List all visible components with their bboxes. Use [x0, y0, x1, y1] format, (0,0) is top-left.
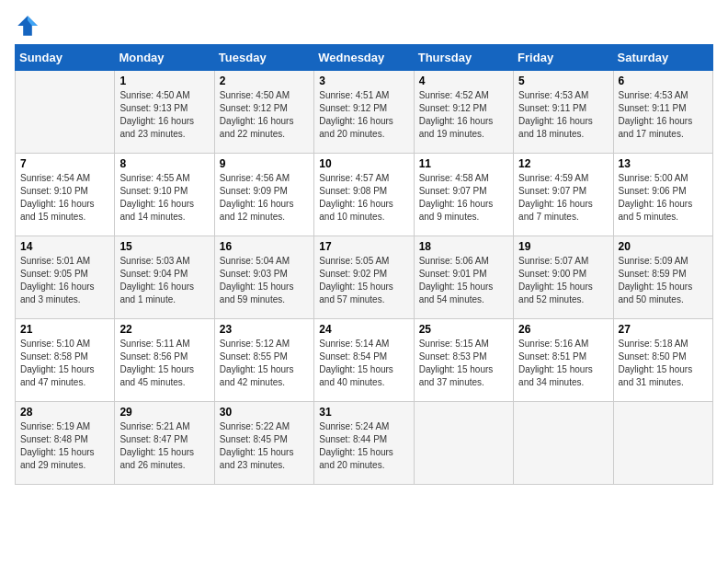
header-thursday: Thursday: [414, 45, 513, 71]
day-info: Sunrise: 4:54 AMSunset: 9:10 PMDaylight:…: [20, 173, 95, 222]
day-number: 3: [319, 75, 408, 87]
calendar-day-cell: 1 Sunrise: 4:50 AMSunset: 9:13 PMDayligh…: [115, 71, 214, 154]
header-sunday: Sunday: [16, 45, 115, 71]
day-number: 22: [119, 323, 209, 336]
day-number: 26: [518, 323, 608, 336]
day-info: Sunrise: 5:24 AMSunset: 8:44 PMDaylight:…: [319, 421, 393, 470]
day-info: Sunrise: 4:53 AMSunset: 9:11 PMDaylight:…: [518, 90, 593, 139]
day-number: 6: [619, 75, 708, 87]
calendar-week-row: 21 Sunrise: 5:10 AMSunset: 8:58 PMDaylig…: [16, 319, 713, 402]
day-info: Sunrise: 4:58 AMSunset: 9:07 PMDaylight:…: [419, 173, 494, 222]
day-number: 13: [619, 157, 708, 170]
day-info: Sunrise: 5:05 AMSunset: 9:02 PMDaylight:…: [319, 256, 393, 304]
day-info: Sunrise: 5:19 AMSunset: 8:48 PMDaylight:…: [20, 421, 95, 470]
day-number: 8: [119, 157, 209, 170]
calendar-day-cell: 20 Sunrise: 5:09 AMSunset: 8:59 PMDaylig…: [613, 236, 712, 319]
header-monday: Monday: [115, 45, 214, 71]
header-wednesday: Wednesday: [314, 45, 414, 71]
logo: [15, 15, 40, 37]
day-info: Sunrise: 5:15 AMSunset: 8:53 PMDaylight:…: [419, 339, 494, 387]
calendar-table: Sunday Monday Tuesday Wednesday Thursday…: [15, 44, 713, 485]
calendar-week-row: 28 Sunrise: 5:19 AMSunset: 8:48 PMDaylig…: [16, 402, 713, 485]
calendar-week-row: 7 Sunrise: 4:54 AMSunset: 9:10 PMDayligh…: [16, 154, 713, 236]
calendar-day-cell: 2 Sunrise: 4:50 AMSunset: 9:12 PMDayligh…: [214, 71, 313, 154]
calendar-day-cell: 17 Sunrise: 5:05 AMSunset: 9:02 PMDaylig…: [314, 236, 414, 319]
day-number: 10: [319, 157, 408, 170]
day-number: 1: [119, 75, 209, 87]
day-info: Sunrise: 5:22 AMSunset: 8:45 PMDaylight:…: [220, 421, 294, 470]
day-number: 24: [319, 323, 408, 336]
calendar-day-cell: 14 Sunrise: 5:01 AMSunset: 9:05 PMDaylig…: [16, 236, 115, 319]
day-info: Sunrise: 5:16 AMSunset: 8:51 PMDaylight:…: [518, 339, 593, 387]
day-number: 29: [119, 406, 209, 419]
day-number: 15: [119, 240, 209, 253]
day-info: Sunrise: 4:55 AMSunset: 9:10 PMDaylight:…: [119, 173, 194, 222]
calendar-day-cell: 7 Sunrise: 4:54 AMSunset: 9:10 PMDayligh…: [16, 154, 115, 236]
day-number: 28: [20, 406, 109, 419]
day-number: 21: [20, 323, 109, 336]
day-info: Sunrise: 5:14 AMSunset: 8:54 PMDaylight:…: [319, 339, 393, 387]
header-saturday: Saturday: [613, 45, 712, 71]
day-info: Sunrise: 4:52 AMSunset: 9:12 PMDaylight:…: [419, 90, 494, 139]
calendar-day-cell: 30 Sunrise: 5:22 AMSunset: 8:45 PMDaylig…: [214, 402, 313, 485]
calendar-day-cell: [514, 402, 613, 485]
calendar-day-cell: 24 Sunrise: 5:14 AMSunset: 8:54 PMDaylig…: [314, 319, 414, 402]
day-number: 30: [220, 406, 309, 419]
day-info: Sunrise: 5:00 AMSunset: 9:06 PMDaylight:…: [619, 173, 693, 222]
day-number: 2: [220, 75, 309, 87]
day-info: Sunrise: 4:50 AMSunset: 9:13 PMDaylight:…: [119, 90, 194, 139]
header-tuesday: Tuesday: [214, 45, 313, 71]
day-number: 31: [319, 406, 408, 419]
day-number: 19: [518, 240, 608, 253]
day-number: 4: [419, 75, 508, 87]
day-number: 7: [20, 157, 109, 170]
calendar-day-cell: 31 Sunrise: 5:24 AMSunset: 8:44 PMDaylig…: [314, 402, 414, 485]
calendar-day-cell: 3 Sunrise: 4:51 AMSunset: 9:12 PMDayligh…: [314, 71, 414, 154]
calendar-day-cell: 21 Sunrise: 5:10 AMSunset: 8:58 PMDaylig…: [16, 319, 115, 402]
calendar-week-row: 14 Sunrise: 5:01 AMSunset: 9:05 PMDaylig…: [16, 236, 713, 319]
calendar-day-cell: 15 Sunrise: 5:03 AMSunset: 9:04 PMDaylig…: [115, 236, 214, 319]
calendar-day-cell: [414, 402, 513, 485]
day-info: Sunrise: 5:11 AMSunset: 8:56 PMDaylight:…: [119, 339, 194, 387]
calendar-day-cell: 5 Sunrise: 4:53 AMSunset: 9:11 PMDayligh…: [514, 71, 613, 154]
calendar-day-cell: 10 Sunrise: 4:57 AMSunset: 9:08 PMDaylig…: [314, 154, 414, 236]
calendar-day-cell: 16 Sunrise: 5:04 AMSunset: 9:03 PMDaylig…: [214, 236, 313, 319]
day-number: 27: [619, 323, 708, 336]
day-info: Sunrise: 4:59 AMSunset: 9:07 PMDaylight:…: [518, 173, 593, 222]
day-info: Sunrise: 4:57 AMSunset: 9:08 PMDaylight:…: [319, 173, 393, 222]
calendar-day-cell: 8 Sunrise: 4:55 AMSunset: 9:10 PMDayligh…: [115, 154, 214, 236]
weekday-header-row: Sunday Monday Tuesday Wednesday Thursday…: [16, 45, 713, 71]
calendar-day-cell: 29 Sunrise: 5:21 AMSunset: 8:47 PMDaylig…: [115, 402, 214, 485]
day-info: Sunrise: 5:04 AMSunset: 9:03 PMDaylight:…: [220, 256, 294, 304]
calendar-day-cell: [613, 402, 712, 485]
calendar-day-cell: 25 Sunrise: 5:15 AMSunset: 8:53 PMDaylig…: [414, 319, 513, 402]
calendar-day-cell: 9 Sunrise: 4:56 AMSunset: 9:09 PMDayligh…: [214, 154, 313, 236]
day-info: Sunrise: 5:21 AMSunset: 8:47 PMDaylight:…: [119, 421, 194, 470]
day-info: Sunrise: 4:56 AMSunset: 9:09 PMDaylight:…: [220, 173, 294, 222]
calendar-day-cell: 6 Sunrise: 4:53 AMSunset: 9:11 PMDayligh…: [613, 71, 712, 154]
day-number: 20: [619, 240, 708, 253]
day-number: 18: [419, 240, 508, 253]
day-info: Sunrise: 4:51 AMSunset: 9:12 PMDaylight:…: [319, 90, 393, 139]
day-info: Sunrise: 5:12 AMSunset: 8:55 PMDaylight:…: [220, 339, 294, 387]
day-number: 17: [319, 240, 408, 253]
calendar-day-cell: 4 Sunrise: 4:52 AMSunset: 9:12 PMDayligh…: [414, 71, 513, 154]
calendar-day-cell: 19 Sunrise: 5:07 AMSunset: 9:00 PMDaylig…: [514, 236, 613, 319]
day-info: Sunrise: 5:10 AMSunset: 8:58 PMDaylight:…: [20, 339, 95, 387]
day-info: Sunrise: 5:03 AMSunset: 9:04 PMDaylight:…: [119, 256, 194, 304]
day-info: Sunrise: 5:06 AMSunset: 9:01 PMDaylight:…: [419, 256, 494, 304]
day-number: 23: [220, 323, 309, 336]
day-number: 12: [518, 157, 608, 170]
calendar-day-cell: 26 Sunrise: 5:16 AMSunset: 8:51 PMDaylig…: [514, 319, 613, 402]
day-number: 14: [20, 240, 109, 253]
day-number: 16: [220, 240, 309, 253]
calendar-day-cell: [16, 71, 115, 154]
day-info: Sunrise: 5:07 AMSunset: 9:00 PMDaylight:…: [518, 256, 593, 304]
day-info: Sunrise: 5:18 AMSunset: 8:50 PMDaylight:…: [619, 339, 693, 387]
calendar-day-cell: 28 Sunrise: 5:19 AMSunset: 8:48 PMDaylig…: [16, 402, 115, 485]
day-number: 11: [419, 157, 508, 170]
calendar-day-cell: 22 Sunrise: 5:11 AMSunset: 8:56 PMDaylig…: [115, 319, 214, 402]
calendar-day-cell: 18 Sunrise: 5:06 AMSunset: 9:01 PMDaylig…: [414, 236, 513, 319]
calendar-week-row: 1 Sunrise: 4:50 AMSunset: 9:13 PMDayligh…: [16, 71, 713, 154]
calendar-day-cell: 27 Sunrise: 5:18 AMSunset: 8:50 PMDaylig…: [613, 319, 712, 402]
